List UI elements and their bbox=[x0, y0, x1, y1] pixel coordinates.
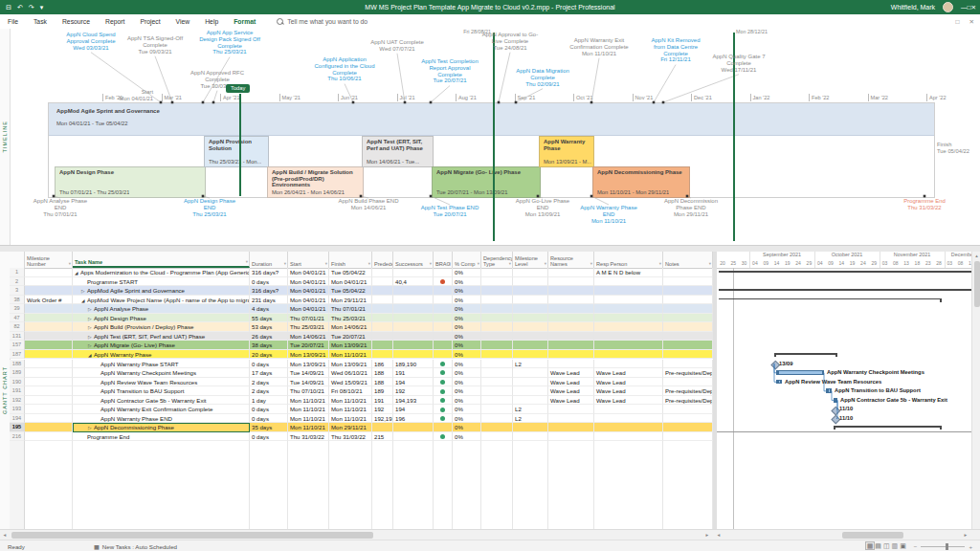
cell-rownum[interactable]: 189 bbox=[10, 368, 25, 378]
empty-cell[interactable] bbox=[594, 441, 663, 451]
cell-predeces[interactable] bbox=[372, 286, 393, 296]
cell-brag[interactable] bbox=[434, 386, 453, 396]
cell-notes[interactable] bbox=[663, 360, 713, 369]
empty-cell[interactable] bbox=[663, 460, 713, 470]
cell-milestone-level[interactable] bbox=[513, 322, 548, 332]
cell-predeces[interactable]: 188 bbox=[372, 378, 393, 387]
cell-task-name[interactable]: ▷AppN Build (Provision / Deploy) Phase bbox=[73, 322, 250, 332]
undo-icon[interactable]: ↶ bbox=[17, 0, 23, 14]
cell-resp-person[interactable] bbox=[594, 414, 663, 424]
ribbon-tab-format[interactable]: Format bbox=[226, 14, 263, 29]
empty-cell[interactable] bbox=[594, 460, 663, 470]
table-row[interactable]: 216Programme End0 daysThu 31/03/22Thu 31… bbox=[10, 432, 713, 442]
empty-cell[interactable] bbox=[73, 478, 250, 488]
empty-cell[interactable] bbox=[250, 496, 288, 506]
empty-row[interactable] bbox=[10, 496, 713, 506]
cell-rownum[interactable]: 3 bbox=[10, 286, 25, 296]
cell-milestone-number[interactable] bbox=[25, 322, 73, 332]
empty-row[interactable] bbox=[10, 441, 713, 451]
table-row[interactable]: 1◢Apps Modernization to the Cloud - Prog… bbox=[10, 268, 713, 277]
cell-predeces[interactable] bbox=[372, 322, 393, 332]
empty-cell[interactable] bbox=[10, 496, 25, 506]
empty-cell[interactable] bbox=[393, 460, 434, 470]
empty-cell[interactable] bbox=[481, 505, 513, 515]
cell-predeces[interactable] bbox=[372, 423, 393, 432]
cell-finish[interactable]: Mon 13/09/21 bbox=[329, 360, 372, 369]
gantt-body[interactable]: AppN Warranty Checkpoint MeetingsAppN Re… bbox=[717, 268, 975, 529]
empty-cell[interactable] bbox=[288, 478, 329, 488]
cell-task-name[interactable]: AppN Warranty Phase END bbox=[73, 414, 250, 424]
timeline-chart[interactable]: AppMod Agile Sprint and Governance Mon 0… bbox=[48, 102, 935, 198]
empty-cell[interactable] bbox=[329, 505, 372, 515]
cell-resp-person[interactable] bbox=[594, 360, 663, 369]
cell-resp-person[interactable] bbox=[594, 341, 663, 350]
empty-cell[interactable] bbox=[288, 505, 329, 515]
ribbon-tab-help[interactable]: Help bbox=[197, 14, 226, 29]
empty-cell[interactable] bbox=[481, 451, 513, 460]
empty-cell[interactable] bbox=[548, 496, 594, 506]
cell-resp-person[interactable]: Wave Lead bbox=[594, 396, 663, 406]
gantt-summary-bar[interactable] bbox=[774, 353, 837, 355]
empty-cell[interactable] bbox=[393, 478, 434, 488]
cell-finish[interactable]: Mon 04/01/21 bbox=[329, 277, 372, 287]
cell--comp[interactable]: 0% bbox=[453, 296, 481, 305]
cell-successors[interactable] bbox=[393, 304, 434, 314]
cell-predeces[interactable]: 191 bbox=[372, 396, 393, 406]
empty-cell[interactable] bbox=[453, 515, 481, 524]
empty-cell[interactable] bbox=[548, 441, 594, 451]
empty-cell[interactable] bbox=[513, 441, 548, 451]
empty-cell[interactable] bbox=[434, 478, 453, 488]
cell-start[interactable]: Mon 04/01/21 bbox=[288, 286, 329, 296]
cell-predeces[interactable]: 215 bbox=[372, 432, 393, 442]
cell-notes[interactable] bbox=[663, 405, 713, 414]
timeline-pane[interactable]: TIMELINE AppMod Agile Sprint and Governa… bbox=[0, 29, 980, 245]
empty-row[interactable] bbox=[10, 460, 713, 470]
cell-finish[interactable]: Tue 20/07/21 bbox=[329, 332, 372, 342]
empty-cell[interactable] bbox=[250, 505, 288, 515]
zoom-out-button[interactable]: − bbox=[914, 543, 918, 550]
cell-start[interactable]: Mon 04/01/21 bbox=[288, 296, 329, 305]
gantt-task-bar[interactable] bbox=[776, 380, 782, 385]
table-row[interactable]: 38Work Order #◢AppMod Wave Project Name … bbox=[10, 296, 713, 305]
empty-cell[interactable] bbox=[548, 487, 594, 496]
empty-cell[interactable] bbox=[372, 460, 393, 470]
cell-resource-names[interactable] bbox=[548, 414, 594, 424]
cell-brag[interactable] bbox=[434, 423, 453, 432]
empty-cell[interactable] bbox=[548, 460, 594, 470]
grid-scroll-thumb[interactable] bbox=[11, 532, 373, 539]
cell--comp[interactable]: 0% bbox=[453, 332, 481, 342]
cell-finish[interactable]: Wed 06/10/21 bbox=[329, 368, 372, 378]
redo-icon[interactable]: ↷ bbox=[29, 0, 34, 14]
cell-duration[interactable]: 26 days bbox=[250, 332, 288, 342]
cell-start[interactable]: Mon 13/09/21 bbox=[288, 360, 329, 369]
gantt-chart-area[interactable]: September 2021October 2021November 2021D… bbox=[713, 252, 975, 529]
cell-rownum[interactable]: 2 bbox=[10, 277, 25, 287]
cell-finish[interactable]: Tue 05/04/22 bbox=[329, 268, 372, 277]
column-header-task-name[interactable]: Task Name▾ bbox=[73, 252, 250, 268]
cell-finish[interactable]: Mon 29/11/21 bbox=[329, 423, 372, 432]
column-header-successors[interactable]: Successors▾ bbox=[393, 252, 434, 268]
empty-cell[interactable] bbox=[25, 451, 73, 460]
empty-cell[interactable] bbox=[288, 469, 329, 478]
cell-milestone-level[interactable]: L2 bbox=[513, 414, 548, 424]
cell-brag[interactable] bbox=[434, 432, 453, 442]
cell--comp[interactable]: 0% bbox=[453, 350, 481, 360]
cell-milestone-level[interactable] bbox=[513, 268, 548, 277]
cell-notes[interactable] bbox=[663, 277, 713, 287]
cell-milestone-level[interactable] bbox=[513, 277, 548, 287]
cell-milestone-number[interactable] bbox=[25, 405, 73, 414]
gantt-summary-bar[interactable] bbox=[719, 298, 942, 300]
empty-cell[interactable] bbox=[250, 515, 288, 524]
empty-cell[interactable] bbox=[513, 496, 548, 506]
table-row[interactable]: 2Programme START0 daysMon 04/01/21Mon 04… bbox=[10, 277, 713, 287]
empty-cell[interactable] bbox=[434, 441, 453, 451]
cell-duration[interactable]: 38 days bbox=[250, 341, 288, 350]
cell-rownum[interactable]: 188 bbox=[10, 360, 25, 369]
cell-milestone-number[interactable] bbox=[25, 277, 73, 287]
empty-cell[interactable] bbox=[329, 451, 372, 460]
cell-milestone-number[interactable]: Work Order # bbox=[25, 296, 73, 305]
empty-cell[interactable] bbox=[73, 469, 250, 478]
timeline-callout[interactable]: AppN Analyse PhaseENDThu 07/01/21 bbox=[14, 198, 106, 217]
vertical-scroll-thumb[interactable] bbox=[974, 261, 980, 307]
filter-arrow-icon[interactable]: ▾ bbox=[284, 262, 286, 267]
